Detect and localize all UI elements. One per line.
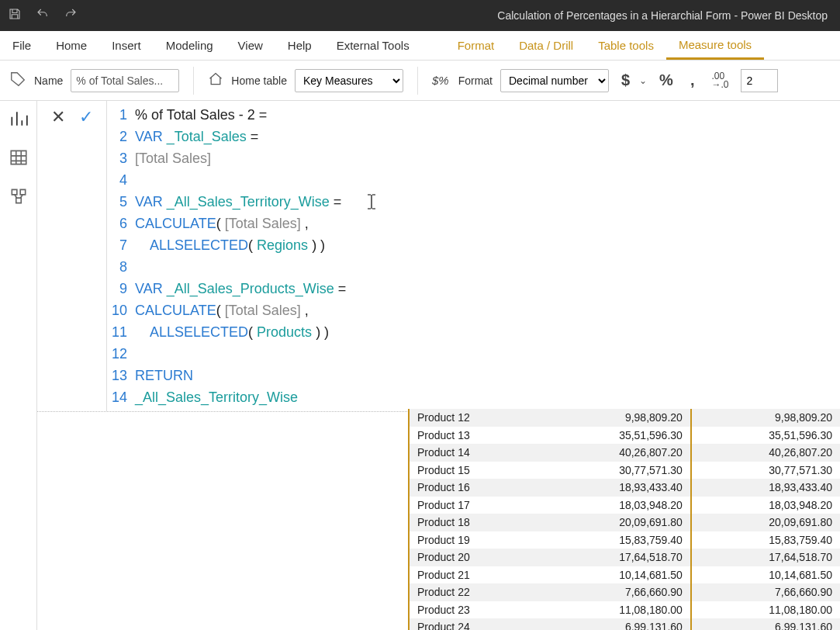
save-icon[interactable] — [8, 7, 22, 24]
line-number: 1 — [107, 104, 135, 126]
commit-icon[interactable]: ✓ — [79, 107, 93, 127]
table-row[interactable]: Product 1618,93,433.4018,93,433.40 — [410, 479, 840, 497]
tab-measure-tools[interactable]: Measure tools — [666, 31, 764, 60]
editor-line[interactable]: 7 ALLSELECTED( Regions ) ) — [107, 234, 840, 256]
value-cell: 30,77,571.30 — [691, 462, 840, 479]
table-row[interactable]: Product 246,99,131.606,99,131.60 — [410, 618, 840, 630]
code-content[interactable]: VAR _Total_Sales = — [135, 126, 258, 147]
data-view-icon[interactable] — [9, 147, 29, 168]
value-cell: 20,09,691.80 — [542, 514, 691, 531]
value-cell: 10,14,681.50 — [691, 566, 840, 584]
product-cell: Product 12 — [410, 409, 542, 427]
title-bar: Calculation of Percentages in a Hierarch… — [0, 0, 840, 31]
format-select[interactable]: Decimal number — [500, 69, 609, 92]
decimal-places-icon: .00→.0 — [707, 69, 733, 92]
value-cell: 11,08,180.00 — [542, 601, 691, 619]
measure-name-input[interactable] — [71, 69, 179, 92]
redo-icon[interactable] — [64, 7, 78, 24]
editor-line[interactable]: 4 — [107, 169, 840, 191]
line-number: 9 — [107, 278, 135, 299]
report-view-icon[interactable] — [9, 109, 29, 129]
editor-line[interactable]: 9VAR _All_Sales_Products_Wise = — [107, 278, 840, 299]
editor-line[interactable]: 6CALCULATE( [Total Sales] , — [107, 213, 840, 234]
editor-line[interactable]: 8 — [107, 256, 840, 278]
table-row[interactable]: Product 227,66,660.907,66,660.90 — [410, 583, 840, 601]
editor-line[interactable]: 14_All_Sales_Territory_Wise — [107, 386, 840, 408]
code-content[interactable]: VAR _All_Sales_Territory_Wise = — [135, 191, 341, 213]
currency-dropdown-icon[interactable]: ⌄ — [639, 75, 647, 86]
value-cell: 20,09,691.80 — [691, 514, 840, 531]
value-cell: 40,26,807.20 — [542, 444, 691, 462]
format-icon: $% — [432, 74, 449, 87]
code-content[interactable]: _All_Sales_Territory_Wise — [135, 386, 298, 408]
line-number: 5 — [107, 191, 135, 213]
table-row[interactable]: Product 1440,26,807.2040,26,807.20 — [410, 444, 840, 462]
ribbon-controls: Name Home table Key Measures $% Format D… — [0, 61, 840, 101]
tab-home[interactable]: Home — [43, 31, 99, 60]
editor-line[interactable]: 12 — [107, 343, 840, 365]
editor-line[interactable]: 3[Total Sales] — [107, 147, 840, 169]
editor-line[interactable]: 11 ALLSELECTED( Products ) ) — [107, 321, 840, 343]
value-cell: 11,08,180.00 — [691, 601, 840, 619]
code-content[interactable]: CALCULATE( [Total Sales] , — [135, 213, 309, 234]
dax-editor[interactable]: 1% of Total Sales - 2 =2VAR _Total_Sales… — [107, 101, 840, 411]
editor-line[interactable]: 1% of Total Sales - 2 = — [107, 104, 840, 126]
table-row[interactable]: Product 1335,51,596.3035,51,596.30 — [410, 427, 840, 445]
table-row[interactable]: Product 129,98,809.209,98,809.20 — [410, 409, 840, 427]
product-cell: Product 24 — [410, 618, 542, 630]
tab-data-drill[interactable]: Data / Drill — [506, 31, 586, 60]
code-content[interactable]: ALLSELECTED( Regions ) ) — [135, 234, 325, 256]
product-cell: Product 19 — [410, 531, 542, 549]
table-row[interactable]: Product 1718,03,948.2018,03,948.20 — [410, 497, 840, 514]
tab-table-tools[interactable]: Table tools — [586, 31, 666, 60]
code-content[interactable]: [Total Sales] — [135, 147, 211, 169]
undo-icon[interactable] — [36, 7, 50, 24]
formula-controls: ✕ ✓ — [37, 101, 107, 411]
editor-line[interactable]: 10CALCULATE( [Total Sales] , — [107, 299, 840, 321]
model-view-icon[interactable] — [9, 186, 29, 206]
table-row[interactable]: Product 1915,83,759.4015,83,759.40 — [410, 531, 840, 549]
tab-external-tools[interactable]: External Tools — [324, 31, 422, 60]
tab-insert[interactable]: Insert — [99, 31, 154, 60]
cancel-icon[interactable]: ✕ — [51, 107, 65, 127]
code-content[interactable]: RETURN — [135, 365, 193, 386]
value-cell: 6,99,131.60 — [542, 618, 691, 630]
tab-modeling[interactable]: Modeling — [154, 31, 226, 60]
data-table-wrapper: Product 129,98,809.209,98,809.20Product … — [408, 409, 840, 630]
code-content[interactable]: VAR _All_Sales_Products_Wise = — [135, 278, 346, 299]
code-content[interactable]: CALCULATE( [Total Sales] , — [135, 299, 309, 321]
table-row[interactable]: Product 1820,09,691.8020,09,691.80 — [410, 514, 840, 531]
table-row[interactable]: Product 2110,14,681.5010,14,681.50 — [410, 566, 840, 584]
value-cell: 15,83,759.40 — [691, 531, 840, 549]
data-table[interactable]: Product 129,98,809.209,98,809.20Product … — [410, 409, 840, 630]
table-row[interactable]: Product 1530,77,571.3030,77,571.30 — [410, 462, 840, 479]
currency-button[interactable]: $ — [617, 68, 634, 92]
tab-view[interactable]: View — [226, 31, 275, 60]
main-area: ✕ ✓ 1% of Total Sales - 2 =2VAR _Total_S… — [0, 101, 840, 630]
line-number: 11 — [107, 321, 135, 343]
line-number: 3 — [107, 147, 135, 169]
value-cell: 40,26,807.20 — [691, 444, 840, 462]
thousands-separator-button[interactable]: , — [686, 68, 700, 92]
view-switcher — [0, 101, 37, 630]
product-cell: Product 21 — [410, 566, 542, 584]
decimal-places-input[interactable] — [741, 69, 778, 92]
editor-line[interactable]: 5VAR _All_Sales_Territory_Wise = — [107, 191, 840, 213]
tab-help[interactable]: Help — [275, 31, 324, 60]
editor-line[interactable]: 13RETURN — [107, 365, 840, 386]
line-number: 7 — [107, 234, 135, 256]
product-cell: Product 13 — [410, 427, 542, 445]
table-row[interactable]: Product 2017,64,518.7017,64,518.70 — [410, 549, 840, 566]
tab-format[interactable]: Format — [445, 31, 507, 60]
product-cell: Product 20 — [410, 549, 542, 566]
editor-line[interactable]: 2VAR _Total_Sales = — [107, 126, 840, 147]
code-content[interactable]: ALLSELECTED( Products ) ) — [135, 321, 329, 343]
value-cell: 10,14,681.50 — [542, 566, 691, 584]
percent-button[interactable]: % — [655, 68, 678, 92]
home-table-select[interactable]: Key Measures — [295, 69, 403, 92]
line-number: 2 — [107, 126, 135, 147]
tab-file[interactable]: File — [0, 31, 43, 60]
text-cursor-icon — [365, 193, 379, 210]
table-row[interactable]: Product 2311,08,180.0011,08,180.00 — [410, 601, 840, 619]
code-content[interactable]: % of Total Sales - 2 = — [135, 104, 267, 126]
